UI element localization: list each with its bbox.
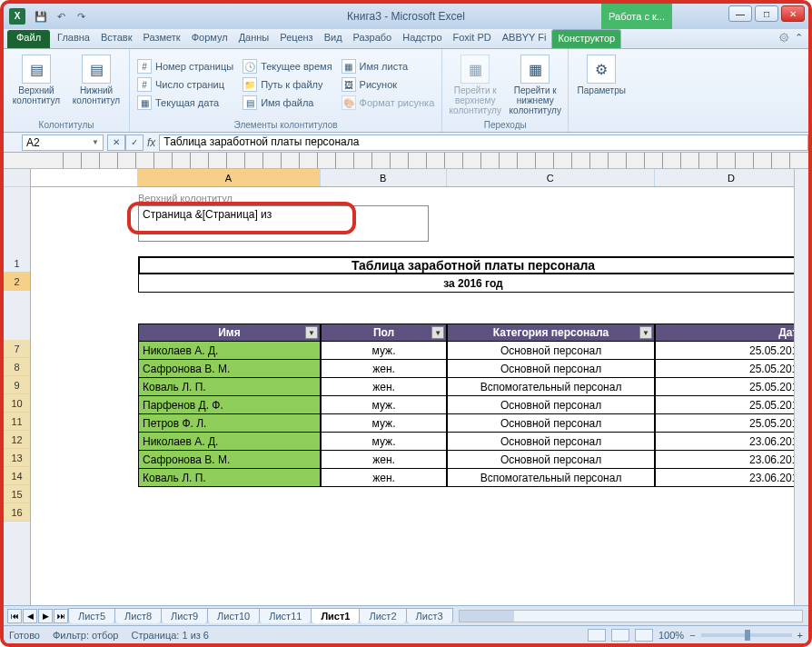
cell-sex[interactable]: муж. — [321, 414, 447, 433]
cancel-formula-button[interactable]: ✕ — [107, 134, 125, 151]
cell-name[interactable]: Петров Ф. Л. — [138, 414, 321, 433]
cell-date[interactable]: 25.05.2016 — [655, 342, 808, 360]
accept-formula-button[interactable]: ✓ — [125, 134, 144, 151]
th-name[interactable]: Имя▼ — [138, 324, 321, 342]
tab-layout[interactable]: Разметк — [138, 29, 186, 48]
view-layout-button[interactable] — [611, 629, 629, 642]
page-number-button[interactable]: #Номер страницы — [135, 58, 235, 75]
table-row[interactable]: Петров Ф. Л.муж.Основной персонал25.05.2… — [138, 414, 808, 433]
tab-nav-prev[interactable]: ◀ — [23, 609, 37, 623]
cell-date[interactable]: 25.05.2016 — [655, 360, 808, 378]
tab-addins[interactable]: Надстро — [397, 29, 447, 48]
qat-redo-icon[interactable]: ↷ — [73, 8, 89, 25]
filter-icon[interactable]: ▼ — [639, 326, 652, 339]
sheet-tab[interactable]: Лист8 — [114, 608, 162, 623]
tab-insert[interactable]: Вставк — [95, 29, 138, 48]
table-row[interactable]: Коваль Л. П.жен.Вспомогательный персонал… — [138, 469, 808, 487]
col-header-b[interactable]: B — [321, 169, 447, 186]
row-header[interactable]: 9 — [4, 376, 30, 394]
row-header[interactable]: 7 — [4, 340, 30, 358]
file-name-button[interactable]: ▤Имя файла — [241, 95, 333, 111]
table-row[interactable]: Сафронова В. М.жен.Основной персонал23.0… — [138, 451, 808, 469]
cell-date[interactable]: 25.05.2016 — [655, 414, 808, 433]
help-icon[interactable]: ۞ — [779, 32, 789, 45]
header-left-input[interactable]: Страница &[Страница] из — [138, 205, 429, 242]
col-header-c[interactable]: C — [447, 169, 655, 186]
row-header[interactable]: 13 — [4, 449, 30, 467]
goto-footer-button[interactable]: ▦ Перейти к нижнему колонтитулу — [508, 51, 562, 118]
sheet-tab[interactable]: Лист9 — [161, 608, 208, 623]
row-header[interactable]: 1 — [4, 254, 30, 273]
parameters-button[interactable]: ⚙ Параметры — [574, 51, 629, 128]
sheet-tab[interactable]: Лист3 — [406, 608, 453, 623]
sheet-tab[interactable]: Лист2 — [359, 608, 406, 623]
row-header[interactable]: 15 — [4, 485, 30, 503]
close-button[interactable]: ✕ — [781, 5, 805, 22]
cell-sex[interactable]: жен. — [321, 469, 447, 487]
cell-category[interactable]: Основной персонал — [447, 451, 655, 469]
zoom-out-button[interactable]: − — [689, 630, 695, 641]
worksheet-canvas[interactable]: A B C D Верхний колонтитул Страница &[Ст… — [31, 169, 808, 605]
cell-name[interactable]: Николаев А. Д. — [138, 433, 321, 451]
select-all[interactable] — [4, 169, 30, 187]
minimize-button[interactable]: — — [728, 5, 752, 22]
tab-data[interactable]: Данны — [233, 29, 275, 48]
zoom-slider[interactable] — [701, 633, 792, 637]
ribbon-minimize-icon[interactable]: ⌃ — [795, 32, 803, 45]
cell-category[interactable]: Вспомогательный персонал — [447, 469, 655, 487]
cell-date[interactable]: 25.05.2016 — [655, 396, 808, 414]
cell-name[interactable]: Сафронова В. М. — [138, 360, 321, 378]
cell-sex[interactable]: жен. — [321, 378, 447, 396]
tab-file[interactable]: Файл — [7, 30, 50, 48]
table-title[interactable]: Таблица заработной платы персонала — [138, 256, 808, 274]
tab-design[interactable]: Конструктор — [551, 29, 621, 48]
row-header[interactable]: 11 — [4, 413, 30, 431]
page-count-button[interactable]: #Число страниц — [135, 76, 235, 93]
fx-icon[interactable]: fx — [147, 136, 155, 149]
current-time-button[interactable]: 🕓Текущее время — [241, 58, 333, 75]
tab-formulas[interactable]: Формул — [186, 29, 233, 48]
cell-category[interactable]: Основной персонал — [447, 414, 655, 433]
current-date-button[interactable]: ▦Текущая дата — [135, 95, 235, 111]
sheet-name-button[interactable]: ▦Имя листа — [340, 58, 437, 75]
cell-sex[interactable]: жен. — [321, 360, 447, 378]
maximize-button[interactable]: □ — [755, 5, 778, 22]
table-subtitle[interactable]: за 2016 год — [138, 274, 808, 293]
col-header-d[interactable]: D — [655, 169, 808, 186]
table-row[interactable]: Николаев А. Д.муж.Основной персонал23.06… — [138, 433, 808, 451]
zoom-in-button[interactable]: + — [797, 630, 803, 641]
tab-abbyy[interactable]: ABBYY Fi — [497, 29, 552, 48]
picture-button[interactable]: 🖼Рисунок — [340, 76, 437, 93]
cell-sex[interactable]: муж. — [321, 396, 447, 414]
sheet-tab[interactable]: Лист1 — [311, 608, 360, 623]
cell-date[interactable]: 23.06.2016 — [655, 469, 808, 487]
tab-nav-first[interactable]: ⏮ — [7, 609, 22, 623]
chevron-down-icon[interactable]: ▼ — [92, 138, 99, 146]
th-sex[interactable]: Пол▼ — [321, 324, 447, 342]
cell-category[interactable]: Основной персонал — [447, 342, 655, 360]
row-header[interactable]: 8 — [4, 358, 30, 376]
table-row[interactable]: Николаев А. Д.муж.Основной персонал25.05… — [138, 342, 808, 360]
qat-undo-icon[interactable]: ↶ — [53, 8, 69, 25]
name-box[interactable]: A2 ▼ — [22, 134, 104, 151]
header-button[interactable]: ▤ Верхний колонтитул — [9, 51, 64, 118]
tab-view[interactable]: Вид — [319, 29, 348, 48]
sheet-tab[interactable]: Лист5 — [68, 608, 115, 623]
tab-nav-last[interactable]: ⏭ — [54, 609, 68, 623]
row-header[interactable]: 16 — [4, 503, 30, 522]
cell-category[interactable]: Основной персонал — [447, 396, 655, 414]
row-header[interactable]: 10 — [4, 394, 30, 413]
cell-category[interactable]: Основной персонал — [447, 433, 655, 451]
view-break-button[interactable] — [635, 629, 653, 642]
cell-sex[interactable]: муж. — [321, 433, 447, 451]
row-header[interactable]: 12 — [4, 431, 30, 449]
table-row[interactable]: Парфенов Д. Ф.муж.Основной персонал25.05… — [138, 396, 808, 414]
cell-name[interactable]: Коваль Л. П. — [138, 469, 321, 487]
cell-sex[interactable]: муж. — [321, 342, 447, 360]
th-date[interactable]: Дата — [655, 324, 808, 342]
tab-foxit[interactable]: Foxit PD — [448, 29, 497, 48]
tab-review[interactable]: Реценз — [274, 29, 318, 48]
cell-name[interactable]: Сафронова В. М. — [138, 451, 321, 469]
table-row[interactable]: Сафронова В. М.жен.Основной персонал25.0… — [138, 360, 808, 378]
tab-home[interactable]: Главна — [52, 29, 95, 48]
